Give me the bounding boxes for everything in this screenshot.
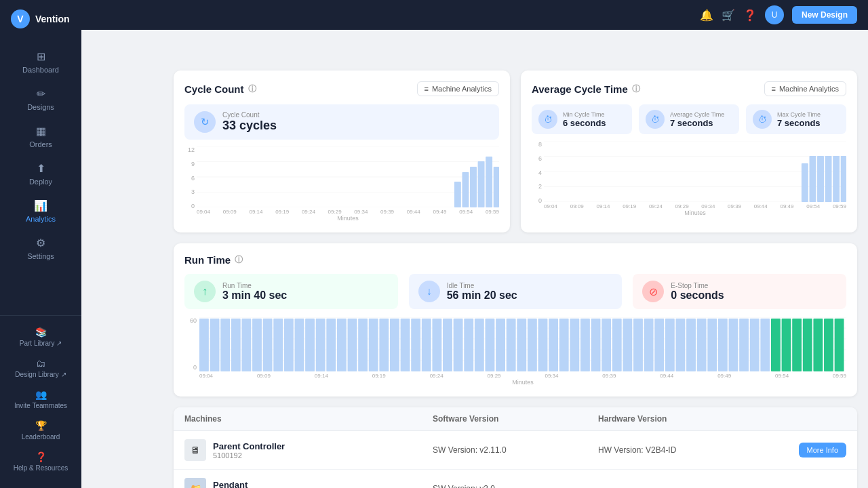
svg-rect-83 bbox=[782, 319, 791, 371]
run-time-x-title: Minutes bbox=[199, 379, 846, 386]
avg-cycle-time-title: Average Cycle Time ⓘ bbox=[532, 83, 640, 95]
parent-controller-name: Parent Controller bbox=[213, 441, 285, 451]
svg-rect-66 bbox=[601, 319, 611, 371]
svg-rect-88 bbox=[835, 319, 844, 371]
avg-cycle-time-svg bbox=[544, 141, 846, 202]
svg-rect-6 bbox=[462, 172, 469, 207]
svg-rect-86 bbox=[813, 319, 823, 371]
avg-x-labels: 09:0409:0909:1409:1909:2409:2909:3409:39… bbox=[544, 202, 846, 209]
top-cards-row: Cycle Count ⓘ ≡ Machine Analytics ↻ Cycl… bbox=[174, 70, 857, 232]
avg-cycle-time-card: Average Cycle Time ⓘ ≡ Machine Analytics… bbox=[521, 70, 857, 232]
run-time-info-icon[interactable]: ⓘ bbox=[235, 254, 243, 266]
idle-time-stat-box: ↓ Idle Time 56 min 20 sec bbox=[409, 274, 623, 309]
topbar: 🔔 🛒 ❓ U New Design bbox=[81, 0, 868, 30]
svg-rect-73 bbox=[675, 319, 685, 371]
cycle-count-chart: 036912 bbox=[184, 146, 499, 222]
svg-rect-55 bbox=[485, 319, 494, 371]
user-avatar[interactable]: U bbox=[765, 5, 784, 24]
avg-cycle-time-header: Average Cycle Time ⓘ ≡ Machine Analytics bbox=[532, 81, 846, 96]
sidebar-item-invite-teammates[interactable]: 👥 Invite Teammates bbox=[0, 384, 81, 415]
sidebar-item-dashboard[interactable]: ⊞ Dashboard bbox=[0, 43, 81, 81]
cycle-count-analytics-btn[interactable]: ≡ Machine Analytics bbox=[417, 81, 499, 96]
filter-icon: ≡ bbox=[425, 85, 429, 93]
designs-icon: ✏ bbox=[37, 87, 45, 100]
run-time-svg bbox=[199, 317, 846, 371]
cycle-count-info-icon[interactable]: ⓘ bbox=[248, 83, 256, 95]
svg-rect-45 bbox=[379, 319, 389, 371]
svg-rect-69 bbox=[633, 319, 643, 371]
svg-rect-56 bbox=[496, 319, 505, 371]
svg-rect-61 bbox=[549, 319, 558, 371]
analytics-icon: 📊 bbox=[34, 199, 47, 212]
sidebar-nav: ⊞ Dashboard ✏ Designs ▦ Orders ⬆ Deploy … bbox=[0, 38, 81, 315]
machine-row-pendant-1: 📁 Pendant — SW Version: v3.0 – bbox=[174, 470, 857, 488]
run-time-card: Run Time ⓘ ↑ Run Time 3 min 40 sec ↓ Idl… bbox=[174, 243, 857, 396]
svg-rect-71 bbox=[654, 319, 664, 371]
svg-rect-40 bbox=[326, 319, 336, 371]
sw-version-col-header: Software Version bbox=[433, 414, 598, 424]
svg-rect-51 bbox=[443, 319, 452, 371]
machines-section: Machines Software Version Hardware Versi… bbox=[174, 407, 857, 488]
settings-icon: ⚙ bbox=[36, 237, 45, 249]
svg-rect-33 bbox=[252, 319, 262, 371]
svg-rect-74 bbox=[686, 319, 696, 371]
svg-rect-78 bbox=[729, 319, 738, 371]
svg-rect-70 bbox=[644, 319, 654, 371]
invite-teammates-icon: 👥 bbox=[35, 389, 47, 400]
estop-time-stat-box: ⊘ E-Stop Time 0 seconds bbox=[633, 274, 846, 309]
svg-rect-65 bbox=[591, 319, 601, 371]
svg-rect-36 bbox=[284, 319, 294, 371]
design-library-icon: 🗂 bbox=[36, 358, 45, 369]
cart-icon[interactable]: 🛒 bbox=[722, 9, 735, 22]
run-time-stats: ↑ Run Time 3 min 40 sec ↓ Idle Time 56 m… bbox=[184, 274, 846, 309]
sidebar-item-orders[interactable]: ▦ Orders bbox=[0, 118, 81, 155]
svg-rect-50 bbox=[432, 319, 441, 371]
sidebar-item-label-orders: Orders bbox=[29, 140, 52, 148]
avg-cycle-time-analytics-btn[interactable]: ≡ Machine Analytics bbox=[764, 81, 846, 96]
svg-rect-34 bbox=[263, 319, 273, 371]
sidebar-item-design-library[interactable]: 🗂 Design Library ↗ bbox=[0, 352, 81, 384]
run-time-x-labels: 09:0409:0909:1409:1909:2409:2909:3409:39… bbox=[199, 371, 846, 379]
leaderboard-icon: 🏆 bbox=[35, 420, 47, 431]
sidebar-item-analytics[interactable]: 📊 Analytics bbox=[0, 192, 81, 230]
svg-rect-82 bbox=[771, 319, 781, 371]
svg-rect-47 bbox=[401, 319, 410, 371]
svg-rect-49 bbox=[422, 319, 431, 371]
cycle-count-svg bbox=[197, 146, 499, 207]
machine-info-parent: 🖥 Parent Controller 5100192 bbox=[184, 439, 433, 461]
help-topbar-icon[interactable]: ❓ bbox=[743, 9, 757, 22]
new-design-button[interactable]: New Design bbox=[792, 6, 857, 24]
more-info-button-parent[interactable]: More Info bbox=[799, 443, 846, 458]
help-label: Help & Resources bbox=[14, 464, 68, 472]
sidebar: V Vention ⊞ Dashboard ✏ Designs ▦ Orders… bbox=[0, 0, 81, 488]
svg-rect-48 bbox=[411, 319, 420, 371]
help-icon: ❓ bbox=[35, 451, 47, 462]
sidebar-item-part-library[interactable]: 📚 Part Library ↗ bbox=[0, 321, 81, 352]
run-time-chart: 0 60 bbox=[184, 317, 846, 386]
avg-y-axis: 02468 bbox=[532, 141, 544, 216]
svg-rect-17 bbox=[809, 156, 816, 202]
min-cycle-time-icon: ⏱ bbox=[538, 110, 557, 129]
machines-col-header: Machines bbox=[184, 414, 433, 424]
cycle-count-title: Cycle Count ⓘ bbox=[184, 83, 256, 95]
svg-rect-72 bbox=[665, 319, 675, 371]
svg-rect-7 bbox=[470, 167, 477, 207]
cycle-count-header: Cycle Count ⓘ ≡ Machine Analytics bbox=[184, 81, 499, 96]
sidebar-item-settings[interactable]: ⚙ Settings bbox=[0, 230, 81, 267]
svg-rect-53 bbox=[464, 319, 473, 371]
notifications-icon[interactable]: 🔔 bbox=[700, 9, 713, 22]
sidebar-item-leaderboard[interactable]: 🏆 Leaderboard bbox=[0, 415, 81, 446]
run-time-y-axis: 0 60 bbox=[184, 317, 199, 386]
svg-rect-32 bbox=[241, 319, 251, 371]
sidebar-item-deploy[interactable]: ⬆ Deploy bbox=[0, 155, 81, 192]
svg-rect-20 bbox=[833, 156, 840, 202]
svg-rect-57 bbox=[507, 319, 516, 371]
svg-rect-38 bbox=[305, 319, 315, 371]
sidebar-item-designs[interactable]: ✏ Designs bbox=[0, 81, 81, 118]
svg-rect-75 bbox=[697, 319, 707, 371]
run-time-stat-box: ↑ Run Time 3 min 40 sec bbox=[184, 274, 398, 309]
sidebar-item-help[interactable]: ❓ Help & Resources bbox=[0, 446, 81, 477]
avg-cycle-time-info-icon[interactable]: ⓘ bbox=[632, 83, 640, 95]
max-cycle-time-icon: ⏱ bbox=[753, 110, 772, 129]
avg-cycle-time-stats: ⏱ Min Cycle Time 6 seconds ⏱ Average Cyc… bbox=[532, 104, 846, 134]
